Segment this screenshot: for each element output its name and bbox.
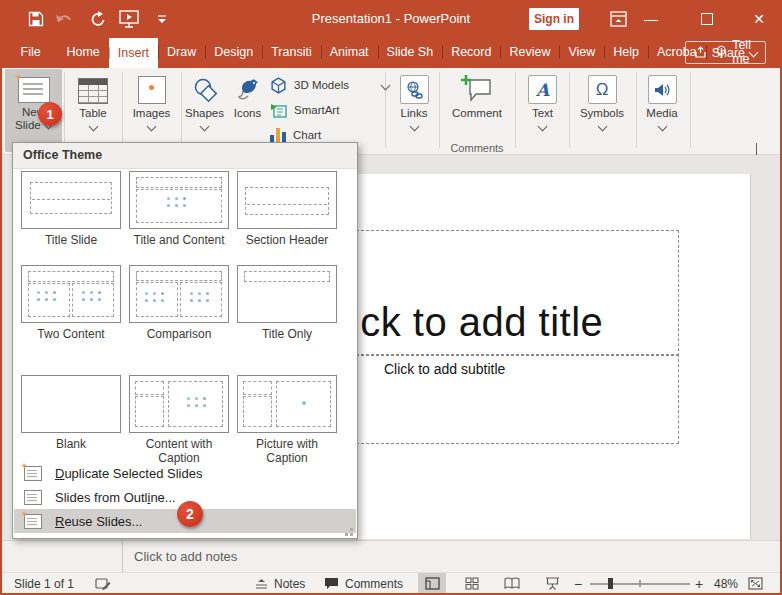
tab-transitions[interactable]: Transiti <box>262 36 321 68</box>
maximize-icon <box>701 13 713 25</box>
qat-chevron-icon[interactable] <box>152 9 172 29</box>
comment-button[interactable]: Comment <box>440 70 514 150</box>
comments-toggle-button[interactable]: Comments <box>324 573 403 594</box>
tab-animations[interactable]: Animat <box>321 36 378 68</box>
comments-group-label: Comments <box>440 142 514 154</box>
notes-icon <box>255 578 268 589</box>
slides-from-outline-icon <box>24 490 42 505</box>
slide-sorter-view-button[interactable] <box>458 573 486 594</box>
layout-thumbnail <box>21 171 121 229</box>
notes-toggle-button[interactable]: Notes <box>255 573 305 594</box>
comments-icon <box>324 577 339 590</box>
sign-in-button[interactable]: Sign in <box>529 8 579 30</box>
start-slideshow-icon[interactable] <box>117 9 143 29</box>
resize-grip[interactable] <box>350 533 353 536</box>
layout-option-comparison[interactable]: Comparison <box>127 265 231 341</box>
zoom-slider-thumb[interactable] <box>608 578 613 589</box>
reuse-slides-icon <box>24 514 42 529</box>
reading-view-button[interactable] <box>498 573 526 594</box>
tab-design[interactable]: Design <box>205 36 262 68</box>
3d-models-button[interactable]: 3D Models <box>270 74 389 96</box>
chevron-down-icon <box>749 48 759 58</box>
tab-review[interactable]: Review <box>500 36 559 68</box>
redo-icon[interactable] <box>88 9 108 29</box>
symbols-button[interactable]: Ω Symbols <box>573 70 631 150</box>
chevron-down-icon <box>597 122 607 132</box>
text-icon: A <box>528 75 557 104</box>
notes-toggle-label: Notes <box>274 577 305 591</box>
normal-view-button[interactable] <box>418 573 446 594</box>
tab-slide-show[interactable]: Slide Sh <box>378 36 443 68</box>
chevron-down-icon <box>381 80 391 90</box>
minimize-button[interactable]: — <box>634 2 668 36</box>
layout-thumbnail <box>21 375 121 433</box>
menu-item-duplicate-selected-slides[interactable]: Duplicate Selected Slides <box>14 461 356 485</box>
share-icon <box>694 46 707 59</box>
media-button[interactable]: Media <box>638 70 686 150</box>
subtitle-placeholder-text: Click to add subtitle <box>384 361 505 377</box>
layout-thumbnail <box>129 265 229 323</box>
save-icon[interactable] <box>26 9 46 29</box>
layout-option-title-slide[interactable]: Title Slide <box>19 171 123 247</box>
layout-option-content-with-caption[interactable]: Content with Caption <box>127 375 231 465</box>
zoom-in-button[interactable]: + <box>695 573 703 594</box>
annotation-step-1: 1 <box>38 102 62 126</box>
tab-insert[interactable]: Insert <box>109 38 158 68</box>
ribbon-display-options-icon[interactable] <box>608 9 628 29</box>
tab-view[interactable]: View <box>559 36 604 68</box>
share-label: Share <box>712 46 745 60</box>
layout-option-title-only[interactable]: Title Only <box>235 265 339 341</box>
chevron-down-icon <box>147 122 157 132</box>
text-button[interactable]: A Text <box>518 70 567 150</box>
layout-option-title-and-content[interactable]: Title and Content <box>127 171 231 247</box>
zoom-level[interactable]: 48% <box>714 573 738 594</box>
smartart-label: SmartArt <box>294 104 339 116</box>
new-slide-icon <box>18 77 50 103</box>
layout-thumbnail <box>237 375 337 433</box>
tab-file[interactable]: File <box>12 36 50 68</box>
share-button[interactable]: Share <box>685 41 766 64</box>
tab-home[interactable]: Home <box>57 36 108 68</box>
chevron-down-icon <box>88 122 98 132</box>
images-button[interactable]: Images <box>124 70 179 150</box>
accessibility-checker-icon[interactable] <box>95 573 111 594</box>
layout-thumbnail <box>21 265 121 323</box>
links-button[interactable]: Links <box>391 70 437 150</box>
table-button[interactable]: Table <box>66 70 120 150</box>
maximize-button[interactable] <box>690 2 724 36</box>
layout-option-section-header[interactable]: Section Header <box>235 171 339 247</box>
dropdown-header: Office Theme <box>13 143 357 169</box>
chevron-down-icon <box>657 122 667 132</box>
slide-canvas[interactable]: Click to add title Click to add subtitle <box>357 174 751 539</box>
symbols-icon: Ω <box>588 75 617 104</box>
annotation-step-2: 2 <box>177 501 203 527</box>
zoom-out-button[interactable]: − <box>574 573 582 594</box>
tab-draw[interactable]: Draw <box>158 36 205 68</box>
chevron-down-icon <box>200 122 210 132</box>
layout-thumbnail <box>237 265 337 323</box>
smartart-icon <box>270 103 287 118</box>
chevron-down-icon <box>538 122 548 132</box>
slide-show-view-button[interactable] <box>538 573 566 594</box>
fit-slide-to-window-button[interactable] <box>748 573 763 594</box>
shapes-button[interactable]: Shapes <box>183 70 226 150</box>
notes-pane[interactable]: Click to add notes <box>2 540 780 573</box>
media-icon <box>648 75 677 104</box>
layout-option-picture-with-caption[interactable]: Picture with Caption <box>235 375 339 465</box>
layout-thumbnail <box>129 171 229 229</box>
layout-option-blank[interactable]: Blank <box>19 375 123 451</box>
layout-thumbnail <box>129 375 229 433</box>
undo-icon <box>54 9 74 29</box>
icons-button[interactable]: Icons <box>226 70 269 150</box>
title-bar: Presentation1 - PowerPoint Sign in — ✕ <box>2 2 780 36</box>
layout-option-two-content[interactable]: Two Content <box>19 265 123 341</box>
comment-add-icon <box>460 74 494 104</box>
powerpoint-window: Presentation1 - PowerPoint Sign in — ✕ F… <box>0 0 782 595</box>
tab-record[interactable]: Record <box>442 36 500 68</box>
new-slide-dropdown: Office Theme Title Slide Title and Conte… <box>12 142 358 539</box>
smartart-button[interactable]: SmartArt <box>270 99 339 121</box>
close-button[interactable]: ✕ <box>742 2 776 36</box>
notes-placeholder-text: Click to add notes <box>134 541 237 573</box>
duplicate-slides-icon <box>24 466 42 481</box>
tab-help[interactable]: Help <box>604 36 648 68</box>
